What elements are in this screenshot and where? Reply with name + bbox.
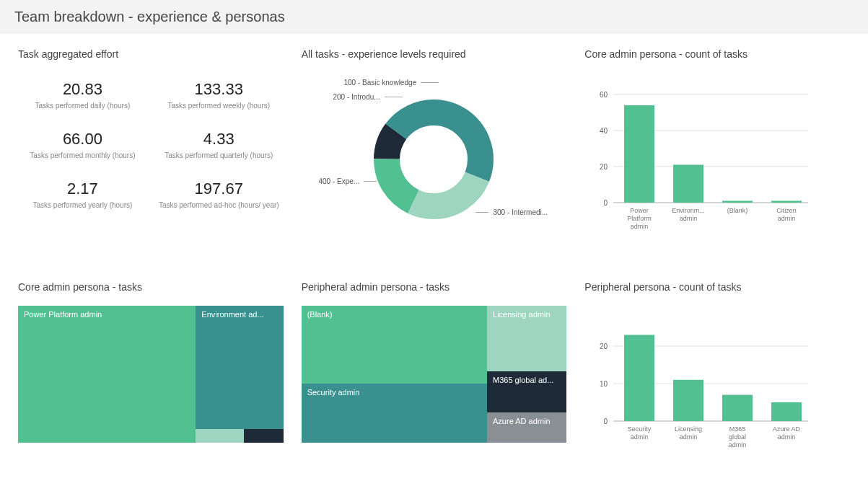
tm-label: Power Platform admin: [24, 310, 102, 319]
bar-licensing-admin[interactable]: [673, 380, 703, 421]
kpi-cell-monthly[interactable]: 66.00 Tasks performed monthly (hours): [18, 130, 147, 159]
core-treemap-title: Core admin persona - tasks: [18, 281, 284, 293]
kpi-value: 2.17: [18, 180, 147, 198]
kpi-value: 66.00: [18, 130, 147, 149]
kpi-label: Tasks performed quarterly (hours): [154, 151, 284, 159]
svg-text:60: 60: [600, 91, 608, 99]
kpi-cell-quarterly[interactable]: 4.33 Tasks performed quarterly (hours): [154, 130, 284, 159]
svg-text:admin: admin: [778, 433, 796, 441]
svg-text:(Blank): (Blank): [727, 207, 748, 214]
bar-m365-global-admin[interactable]: [722, 395, 753, 421]
tm-box-environment-admin[interactable]: Environment ad...: [196, 306, 283, 429]
core-treemap-panel: Core admin persona - tasks Power Platfor…: [18, 281, 284, 474]
bar-citizen-admin[interactable]: [771, 201, 802, 203]
tm-label: Azure AD admin: [493, 417, 550, 425]
donut-label-200: 200 - Introdu...: [333, 93, 402, 101]
tm-box-azure-ad-admin[interactable]: Azure AD admin: [487, 412, 566, 443]
core-bar-panel: Core admin persona - count of tasks 0 20…: [584, 48, 850, 263]
kpi-label: Tasks performed daily (hours): [18, 102, 147, 110]
svg-text:0: 0: [604, 417, 608, 425]
kpi-value: 133.33: [154, 80, 284, 99]
kpi-grid: 20.83 Tasks performed daily (hours) 133.…: [18, 73, 284, 209]
donut-panel: All tasks - experience levels required: [302, 48, 567, 263]
donut-chart[interactable]: 100 - Basic knowledge 200 - Introdu... 4…: [318, 73, 549, 246]
periph-bar-panel: Peripheral persona - count of tasks 0 10…: [584, 281, 850, 474]
svg-text:Power: Power: [631, 207, 649, 214]
kpi-cell-yearly[interactable]: 2.17 Tasks performed yearly (hours): [18, 180, 147, 209]
tm-label: Environment ad...: [201, 310, 263, 319]
donut-label-300: 300 - Intermedi...: [475, 208, 548, 216]
svg-text:Platform: Platform: [628, 215, 652, 222]
kpi-label: Tasks performed ad-hoc (hours/ year): [154, 201, 284, 209]
tm-box-m365-global-admin[interactable]: M365 global ad...: [487, 371, 566, 412]
kpi-cell-daily[interactable]: 20.83 Tasks performed daily (hours): [18, 80, 147, 110]
donut-label-100: 100 - Basic knowledge: [343, 79, 439, 87]
page-title: Team breakdown - experience & personas: [0, 0, 868, 34]
tm-label: Licensing admin: [493, 310, 551, 319]
periph-treemap-title: Peripheral admin persona - tasks: [302, 281, 567, 293]
donut-label-400: 400 - Expe...: [318, 177, 377, 185]
svg-text:0: 0: [604, 199, 608, 207]
svg-text:Azure AD: Azure AD: [773, 425, 801, 433]
tm-label: (Blank): [307, 310, 333, 319]
svg-text:20: 20: [600, 342, 608, 350]
tm-label: M365 global ad...: [493, 376, 553, 384]
tm-box-security-admin[interactable]: Security admin: [302, 384, 487, 443]
svg-text:admin: admin: [680, 433, 698, 441]
svg-text:20: 20: [600, 163, 608, 171]
periph-treemap[interactable]: (Blank) Security admin Licensing admin M…: [302, 306, 567, 443]
svg-text:Environm...: Environm...: [672, 207, 706, 214]
kpi-cell-adhoc[interactable]: 197.67 Tasks performed ad-hoc (hours/ ye…: [154, 180, 284, 209]
svg-text:admin: admin: [778, 215, 796, 222]
svg-text:Citizen: Citizen: [777, 207, 797, 214]
kpi-panel: Task aggregated effort 20.83 Tasks perfo…: [18, 48, 284, 263]
svg-text:admin: admin: [680, 215, 698, 222]
kpi-label: Tasks performed weekly (hours): [154, 102, 284, 110]
kpi-title: Task aggregated effort: [18, 48, 284, 60]
svg-text:Security: Security: [628, 425, 652, 433]
donut-title: All tasks - experience levels required: [302, 48, 567, 60]
core-bar-chart[interactable]: 0 20 40 60 Power Platform admin Environm…: [584, 73, 815, 260]
svg-text:40: 40: [600, 127, 608, 135]
svg-text:M365: M365: [729, 425, 746, 433]
svg-text:admin: admin: [631, 433, 649, 441]
tm-box-power-platform-admin[interactable]: Power Platform admin: [18, 306, 196, 443]
tm-box-citizen-admin[interactable]: [244, 429, 284, 443]
core-bar-title: Core admin persona - count of tasks: [584, 48, 850, 60]
kpi-label: Tasks performed yearly (hours): [18, 201, 147, 209]
svg-text:Licensing: Licensing: [675, 425, 702, 433]
tm-box-blank[interactable]: (Blank): [302, 306, 487, 384]
dashboard-grid: Task aggregated effort 20.83 Tasks perfo…: [0, 34, 868, 489]
tm-box-blank[interactable]: [196, 429, 243, 443]
periph-bar-title: Peripheral persona - count of tasks: [584, 281, 850, 293]
bar-blank[interactable]: [722, 201, 753, 203]
core-treemap[interactable]: Power Platform admin Environment ad...: [18, 306, 284, 443]
svg-text:global: global: [729, 433, 746, 441]
periph-treemap-panel: Peripheral admin persona - tasks (Blank)…: [302, 281, 567, 474]
svg-text:10: 10: [600, 380, 608, 388]
bar-security-admin[interactable]: [624, 335, 654, 421]
kpi-cell-weekly[interactable]: 133.33 Tasks performed weekly (hours): [154, 80, 284, 110]
svg-text:admin: admin: [631, 223, 649, 230]
kpi-value: 197.67: [154, 180, 284, 198]
tm-label: Security admin: [307, 388, 360, 397]
bar-azure-ad-admin[interactable]: [771, 402, 802, 421]
bar-power-platform-admin[interactable]: [624, 105, 654, 203]
kpi-label: Tasks performed monthly (hours): [18, 151, 147, 159]
tm-box-licensing-admin[interactable]: Licensing admin: [487, 306, 566, 371]
bar-environment-admin[interactable]: [673, 165, 703, 203]
svg-text:admin: admin: [729, 441, 747, 448]
periph-bar-chart[interactable]: 0 10 20 Security admin Licensing admin M…: [584, 306, 815, 472]
kpi-value: 20.83: [18, 80, 147, 99]
kpi-value: 4.33: [154, 130, 284, 149]
